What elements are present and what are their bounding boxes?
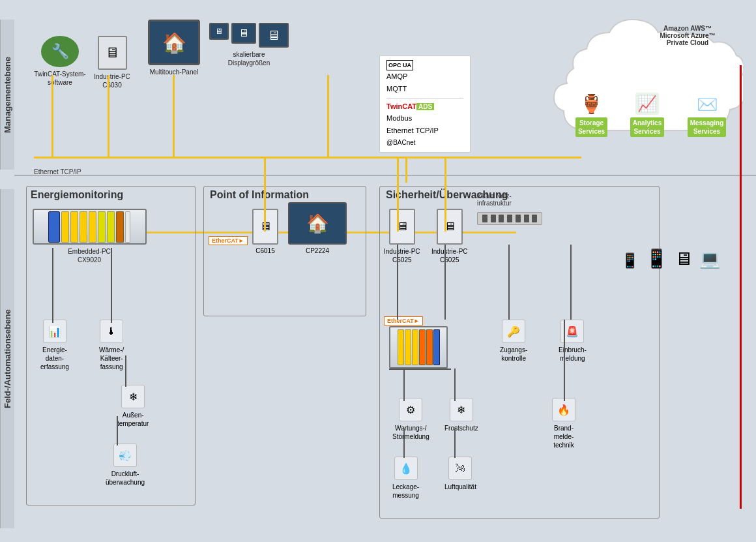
zugang-icon: 🔑 xyxy=(502,320,525,343)
management-label: Managementebene xyxy=(0,20,14,170)
cp2224-label: CP2224 xyxy=(306,247,329,254)
cx9020-device: Embedded-PCCX9020 xyxy=(31,209,148,264)
yellow-vert-multitouch xyxy=(173,75,175,157)
yellow-vert-skalier xyxy=(327,75,329,157)
laptop-icon: 💻 xyxy=(699,249,720,269)
c6025-2-device: 🖥 Industrie-PCC6025 xyxy=(431,209,468,264)
protocol-box: OPC UA AMQP MQTT TwinCATADS Modbus Ether… xyxy=(379,55,471,153)
sich-yellow-vert xyxy=(397,157,399,232)
vert-aussen xyxy=(125,355,126,387)
analytics-label: AnalyticsServices xyxy=(630,117,664,137)
c6030-label: Industrie-PC C6030 xyxy=(89,72,135,89)
analytics-service: 📈 AnalyticsServices xyxy=(621,93,673,137)
poi-yellow-vert xyxy=(264,157,266,232)
c6025-1-icon: 🖥 xyxy=(389,209,415,245)
wartung-device: ⚙ Wartungs-/Störmeldung xyxy=(392,398,429,441)
cx9020-icon xyxy=(33,209,147,245)
leckage-icon: 💧 xyxy=(394,457,418,480)
feld-label: Feld-/Automationsebene xyxy=(0,189,14,528)
skalierbar-label: skalierbare Displaygrößen xyxy=(216,50,282,67)
luftqualitaet-icon: 🌬 xyxy=(448,457,472,480)
vert-druckluft xyxy=(117,416,118,445)
ipad-icon: 📱 xyxy=(645,248,668,269)
cp2224-icon: 🏠 xyxy=(288,202,347,245)
messaging-label: MessagingServices xyxy=(688,117,727,137)
yellow-vert-c6030 xyxy=(108,75,109,157)
storage-icon: 🏺 xyxy=(580,93,603,115)
ethernettcp-label: Ethernet TCP/IP xyxy=(386,125,463,137)
vert-luft xyxy=(454,429,456,458)
waerme-device: 🌡 Wärme-/Kälteer-fassung xyxy=(99,320,124,371)
mqtt-label: MQTT xyxy=(386,83,463,95)
vert-c6025-2 xyxy=(444,245,446,320)
aussen-device: ❄ Außen-temperatur xyxy=(117,385,149,428)
opcua-label: OPC UA xyxy=(386,60,463,70)
yellow-bus-management xyxy=(34,157,581,158)
luftqualitaet-label: Luftqualität xyxy=(444,483,476,491)
waerme-icon: 🌡 xyxy=(100,320,123,343)
c6025-2-icon: 🖥 xyxy=(437,209,463,245)
vert-zugang xyxy=(508,245,510,320)
ethercat-label-poi: EtherCAT► xyxy=(209,236,248,245)
c6025-2-label: Industrie-PCC6025 xyxy=(431,247,468,264)
vert-leckage xyxy=(403,429,405,458)
frostschutz-icon: ❄ xyxy=(450,398,473,421)
messaging-icon: ✉️ xyxy=(697,95,718,115)
wartung-label: Wartungs-/Störmeldung xyxy=(392,424,429,441)
skalierbar-icons: 🖥 🖥 🖥 xyxy=(209,23,289,48)
energie-label: Energie-daten-erfassung xyxy=(40,346,69,371)
multitouch-icon: 🏠 xyxy=(148,20,200,65)
leckage-device: 💧 Leckage-messung xyxy=(392,457,419,500)
c6025-1-label: Industrie-PCC6025 xyxy=(384,247,420,264)
brand-label: Brand-melde-technik xyxy=(553,424,574,449)
multitouch-device: 🏠 Multitouch-Panel xyxy=(145,20,203,76)
brand-icon: 🔥 xyxy=(552,398,575,421)
druckluft-icon: 💨 xyxy=(113,444,137,467)
amqp-label: AMQP xyxy=(386,70,463,83)
tablet-icon: 📱 xyxy=(621,252,639,269)
c6025-1-device: 🖥 Industrie-PCC6025 xyxy=(384,209,420,264)
c6030-device: 🖥 Industrie-PC C6030 xyxy=(89,36,135,89)
skalierbar-device: 🖥 🖥 🖥 skalierbare Displaygrößen xyxy=(216,23,282,67)
wartung-icon: ⚙ xyxy=(399,398,422,421)
analytics-icon: 📈 xyxy=(635,93,659,115)
c6030-icon: 🖥 xyxy=(98,36,127,70)
bacnet-label: @BACnet xyxy=(386,137,463,148)
monitor-icon: 🖥 xyxy=(675,248,693,269)
energie-device: 📊 Energie-daten-erfassung xyxy=(40,320,69,371)
messaging-service: ✉️ MessagingServices xyxy=(682,95,731,137)
yellow-vert-twincat xyxy=(51,75,53,157)
twincat-icon: 🔧 xyxy=(41,36,79,67)
vert-c6025-1 xyxy=(397,245,398,320)
sich-yellow-vert2 xyxy=(444,157,446,232)
remote-devices: 📱 📱 🖥 💻 xyxy=(621,248,720,269)
zugang-device: 🔑 Zugangs-kontrolle xyxy=(500,320,527,363)
red-line-cloud xyxy=(740,65,742,509)
cx9020-label: Embedded-PCCX9020 xyxy=(68,247,111,264)
horiz-sich-left xyxy=(389,369,451,370)
zugang-label: Zugangs-kontrolle xyxy=(500,346,527,363)
divider-line xyxy=(14,175,756,176)
waerme-label: Wärme-/Kälteer-fassung xyxy=(99,346,124,371)
vert-frost xyxy=(454,369,456,401)
leckage-label: Leckage-messung xyxy=(392,483,419,500)
c6015-label: C6015 xyxy=(255,247,274,254)
vert-energie xyxy=(52,248,53,323)
luftqualitaet-device: 🌬 Luftqualität xyxy=(444,457,476,491)
vert-brand xyxy=(564,320,565,401)
cloud-container: Amazon AWS™ Microsoft Azure™ Private Clo… xyxy=(551,13,743,147)
storage-label: StorageServices xyxy=(575,117,607,137)
frostschutz-label: Frostschutz xyxy=(444,424,478,432)
ethercat-label-sich: EtherCAT► xyxy=(384,316,423,325)
twincat-label: TwinCAT-System-software xyxy=(34,70,86,87)
twincat-device: 🔧 TwinCAT-System-software xyxy=(34,36,86,87)
einbruch-device: 🚨 Einbruch-meldung xyxy=(559,320,587,363)
aussen-icon: ❄ xyxy=(121,385,145,408)
modbus-label: Modbus xyxy=(386,112,463,125)
terminal-sich xyxy=(389,326,448,369)
network-switch xyxy=(477,212,542,225)
aussen-label: Außen-temperatur xyxy=(117,411,149,428)
twincat-ads-label: TwinCATADS xyxy=(386,101,463,113)
lokale-netz-label: lokale Netz-infrastruktur xyxy=(477,192,512,207)
druckluft-device: 💨 Druckluft-überwachung xyxy=(106,444,145,487)
